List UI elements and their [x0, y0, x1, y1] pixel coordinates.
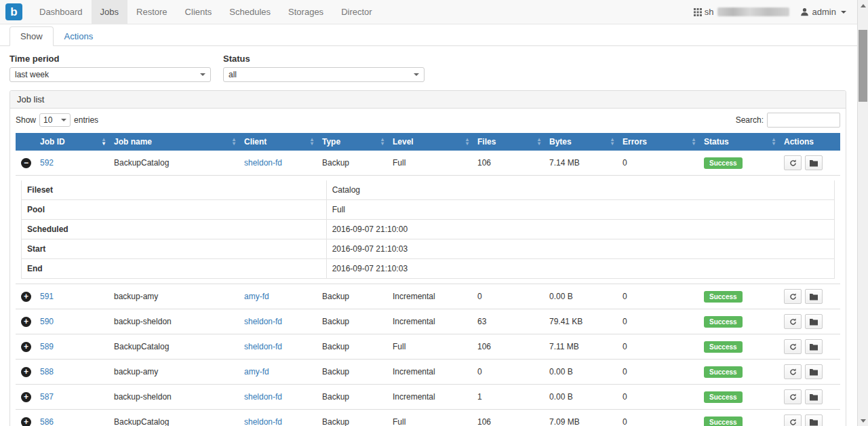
job-id-link[interactable]: 587 — [40, 392, 54, 402]
expand-toggle[interactable]: + — [21, 342, 31, 352]
job-row: + 588 backup-amy amy-fd Backup Increment… — [16, 360, 840, 385]
job-id-link[interactable]: 588 — [40, 367, 54, 376]
rerun-job-button[interactable] — [784, 155, 802, 170]
client-link[interactable]: sheldon-fd — [244, 392, 282, 402]
detail-field-label: End — [22, 259, 327, 279]
nav-item-dashboard[interactable]: Dashboard — [31, 0, 92, 24]
rerun-icon — [789, 343, 797, 351]
tab-actions[interactable]: Actions — [54, 26, 104, 46]
level-cell: Incremental — [387, 309, 472, 334]
sort-icon: ▴▾ — [538, 138, 540, 146]
search-input[interactable] — [767, 113, 840, 128]
job-id-link[interactable]: 591 — [40, 292, 54, 301]
page-content: b Dashboard Jobs Restore Clients Schedul… — [0, 0, 857, 426]
job-row: + 587 backup-sheldon sheldon-fd Backup I… — [16, 385, 840, 410]
job-row: + 590 backup-sheldon sheldon-fd Backup I… — [16, 309, 840, 334]
col-client[interactable]: Client ▴▾ — [239, 133, 317, 151]
entries-label: entries — [74, 115, 98, 125]
expand-toggle[interactable]: − — [21, 158, 31, 168]
scrollbar-thumb[interactable] — [859, 30, 867, 102]
job-name-cell: BackupCatalog — [108, 151, 239, 176]
sort-icon: ▴▾ — [692, 138, 695, 146]
time-period-label: Time period — [9, 54, 211, 64]
nav-item-restore[interactable]: Restore — [127, 0, 176, 24]
navbar-right: sh admin — [694, 0, 857, 24]
client-link[interactable]: sheldon-fd — [244, 417, 282, 426]
expand-toggle[interactable]: + — [21, 317, 31, 327]
expand-toggle[interactable]: + — [21, 417, 31, 426]
job-name-cell: backup-sheldon — [108, 385, 239, 410]
job-log-button[interactable] — [805, 414, 823, 426]
col-type[interactable]: Type ▴▾ — [317, 133, 387, 151]
detail-field-row: Fileset Catalog — [22, 180, 835, 200]
status-select[interactable]: all — [223, 67, 425, 82]
col-level[interactable]: Level ▴▾ — [387, 133, 472, 151]
expand-toggle[interactable]: + — [21, 392, 31, 402]
status-badge: Success — [704, 341, 743, 353]
expand-toggle[interactable]: + — [21, 367, 31, 377]
job-id-link[interactable]: 590 — [40, 317, 54, 326]
scrollbar-down-arrow[interactable] — [858, 415, 868, 426]
expand-toggle-icon: + — [24, 418, 28, 426]
col-job-name[interactable]: Job name ▴▾ — [108, 133, 239, 151]
page-length-select[interactable]: 10 — [39, 113, 71, 127]
client-link[interactable]: sheldon-fd — [244, 342, 282, 351]
detail-field-value: 2016-09-07 21:10:03 — [326, 259, 834, 279]
rerun-job-button[interactable] — [784, 339, 802, 354]
detail-field-value[interactable]: Catalog — [326, 180, 834, 200]
nav-item-clients[interactable]: Clients — [176, 0, 221, 24]
expand-toggle-icon: + — [24, 393, 28, 401]
client-link[interactable]: amy-fd — [244, 367, 269, 376]
bytes-cell: 0.00 B — [544, 360, 617, 385]
scrollbar-up-arrow[interactable] — [858, 0, 868, 11]
files-cell: 106 — [472, 151, 544, 176]
job-row: + 591 backup-amy amy-fd Backup Increment… — [16, 284, 840, 309]
type-cell: Backup — [317, 284, 387, 309]
job-id-link[interactable]: 586 — [40, 417, 54, 426]
client-link[interactable]: sheldon-fd — [244, 317, 282, 326]
col-status[interactable]: Status ▴▾ — [698, 133, 778, 151]
user-menu[interactable]: admin — [800, 7, 846, 17]
tab-show[interactable]: Show — [9, 26, 54, 46]
status-filter-label: Status — [223, 54, 425, 64]
vertical-scrollbar[interactable] — [857, 0, 868, 426]
nav-item-director[interactable]: Director — [332, 0, 381, 24]
time-period-select[interactable]: last week — [9, 67, 211, 82]
top-navbar: b Dashboard Jobs Restore Clients Schedul… — [0, 0, 857, 24]
detail-field-label: Start — [22, 239, 327, 259]
job-id-link[interactable]: 589 — [40, 342, 54, 351]
job-name-cell: backup-amy — [108, 360, 239, 385]
nav-item-schedules[interactable]: Schedules — [220, 0, 279, 24]
rerun-job-button[interactable] — [784, 364, 802, 379]
job-log-button[interactable] — [805, 389, 823, 404]
page-length-value: 10 — [43, 115, 52, 125]
col-bytes[interactable]: Bytes ▴▾ — [544, 133, 617, 151]
bareos-logo-icon: b — [5, 3, 22, 20]
rerun-job-button[interactable] — [784, 314, 802, 329]
type-cell: Backup — [317, 151, 387, 176]
col-errors[interactable]: Errors ▴▾ — [617, 133, 698, 151]
job-log-button[interactable] — [805, 364, 823, 379]
brand-logo[interactable]: b — [0, 0, 31, 24]
table-header-row: Job ID ▴▾ Job name ▴▾ Client ▴▾ Type — [16, 133, 840, 151]
chevron-down-icon — [841, 11, 846, 14]
nav-item-jobs[interactable]: Jobs — [92, 0, 127, 24]
rerun-job-button[interactable] — [784, 414, 802, 426]
client-link[interactable]: amy-fd — [244, 292, 269, 301]
detail-field-value[interactable]: Full — [326, 200, 834, 220]
job-id-link[interactable]: 592 — [40, 158, 54, 168]
job-row: − 592 BackupCatalog sheldon-fd Backup Fu… — [16, 151, 840, 176]
status-badge: Success — [704, 366, 743, 378]
nav-item-storages[interactable]: Storages — [279, 0, 332, 24]
job-log-button[interactable] — [805, 314, 823, 329]
rerun-job-button[interactable] — [784, 389, 802, 404]
rerun-job-button[interactable] — [784, 289, 802, 304]
client-link[interactable]: sheldon-fd — [244, 158, 282, 168]
col-files[interactable]: Files ▴▾ — [472, 133, 544, 151]
job-list-panel: Job list Show 10 entries Search: — [9, 90, 846, 426]
job-log-button[interactable] — [805, 155, 823, 170]
job-log-button[interactable] — [805, 339, 823, 354]
col-job-id[interactable]: Job ID ▴▾ — [35, 133, 108, 151]
job-log-button[interactable] — [805, 289, 823, 304]
expand-toggle[interactable]: + — [21, 292, 31, 302]
